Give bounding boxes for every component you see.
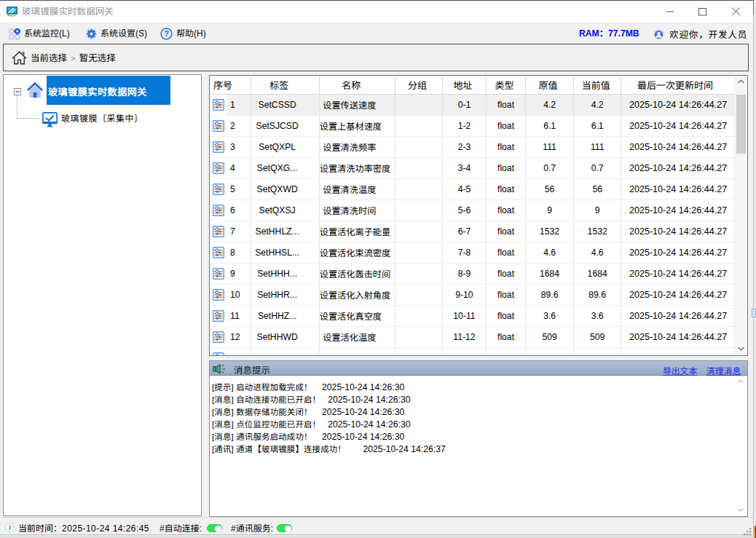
- svg-text:i: i: [9, 523, 11, 531]
- svg-text:?: ?: [164, 29, 169, 38]
